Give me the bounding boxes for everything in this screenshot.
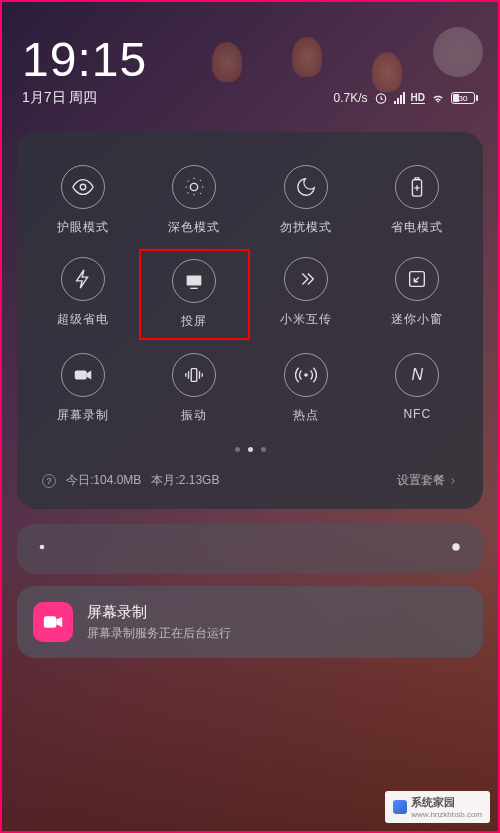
cast-icon bbox=[183, 270, 205, 292]
help-icon[interactable]: ? bbox=[42, 474, 56, 488]
svg-point-10 bbox=[452, 543, 460, 551]
svg-point-1 bbox=[80, 184, 86, 190]
brightness-slider[interactable] bbox=[17, 524, 483, 574]
status-icons: 0.7K/s HD 30 bbox=[334, 91, 478, 105]
toggle-grid: 护眼模式 深色模式 勿扰模式 省电模式 超级省电 投屏 小米互传 迷你小窗 bbox=[27, 157, 473, 432]
toggle-screen-record[interactable]: 屏幕录制 bbox=[27, 345, 139, 432]
config-plan-link[interactable]: 设置套餐 bbox=[397, 472, 458, 489]
toggle-dark-mode[interactable]: 深色模式 bbox=[139, 157, 251, 244]
toggle-label: NFC bbox=[403, 407, 431, 421]
hotspot-icon bbox=[295, 364, 317, 386]
toggle-hotspot[interactable]: 热点 bbox=[250, 345, 362, 432]
eye-icon bbox=[72, 176, 94, 198]
clock-time: 19:15 bbox=[22, 32, 478, 87]
notification-screen-record[interactable]: 屏幕录制 屏幕录制服务正在后台运行 bbox=[17, 586, 483, 658]
quick-settings-panel[interactable]: 护眼模式 深色模式 勿扰模式 省电模式 超级省电 投屏 小米互传 迷你小窗 bbox=[17, 132, 483, 509]
nfc-icon: N bbox=[411, 366, 423, 384]
svg-point-9 bbox=[40, 545, 45, 550]
toggle-dnd[interactable]: 勿扰模式 bbox=[250, 157, 362, 244]
toggle-label: 勿扰模式 bbox=[280, 219, 332, 236]
signal-icon bbox=[394, 92, 405, 104]
watermark: 系统家园 www.hnzkhbsb.com bbox=[385, 791, 490, 823]
wallpaper-bottom bbox=[2, 531, 498, 831]
toggle-eye-care[interactable]: 护眼模式 bbox=[27, 157, 139, 244]
toggle-label: 护眼模式 bbox=[57, 219, 109, 236]
svg-rect-6 bbox=[75, 370, 87, 379]
svg-rect-4 bbox=[187, 276, 202, 286]
svg-rect-7 bbox=[192, 369, 198, 382]
mini-window-icon bbox=[406, 268, 428, 290]
alarm-icon bbox=[374, 91, 388, 105]
svg-rect-11 bbox=[44, 616, 57, 628]
mi-share-icon bbox=[295, 268, 317, 290]
toggle-mi-share[interactable]: 小米互传 bbox=[250, 249, 362, 340]
notification-title: 屏幕录制 bbox=[87, 603, 467, 622]
page-indicator bbox=[27, 447, 473, 452]
toggle-label: 深色模式 bbox=[168, 219, 220, 236]
chevron-right-icon bbox=[448, 476, 458, 486]
toggle-label: 迷你小窗 bbox=[391, 311, 443, 328]
battery-icon: 30 bbox=[451, 92, 478, 104]
data-usage-bar[interactable]: ? 今日:104.0MB 本月:2.13GB 设置套餐 bbox=[27, 462, 473, 494]
notification-subtitle: 屏幕录制服务正在后台运行 bbox=[87, 625, 467, 642]
brightness-high-icon bbox=[447, 538, 465, 560]
bolt-icon bbox=[72, 268, 94, 290]
toggle-mini-window[interactable]: 迷你小窗 bbox=[362, 249, 474, 340]
hd-label: HD bbox=[411, 92, 425, 104]
toggle-label: 热点 bbox=[293, 407, 319, 424]
watermark-logo-icon bbox=[393, 800, 407, 814]
data-today-label: 今日:104.0MB bbox=[66, 472, 141, 489]
video-icon bbox=[72, 364, 94, 386]
toggle-nfc[interactable]: N NFC bbox=[362, 345, 474, 432]
toggle-label: 振动 bbox=[181, 407, 207, 424]
dark-mode-icon bbox=[183, 176, 205, 198]
data-month-label: 本月:2.13GB bbox=[151, 472, 219, 489]
toggle-cast[interactable]: 投屏 bbox=[139, 249, 251, 340]
svg-point-2 bbox=[191, 183, 198, 190]
toggle-battery-saver[interactable]: 省电模式 bbox=[362, 157, 474, 244]
toggle-label: 省电模式 bbox=[391, 219, 443, 236]
status-bar: 19:15 1月7日 周四 0.7K/s HD 30 bbox=[2, 2, 498, 117]
toggle-label: 超级省电 bbox=[57, 311, 109, 328]
screen-record-app-icon bbox=[33, 602, 73, 642]
toggle-label: 投屏 bbox=[181, 313, 207, 330]
toggle-label: 小米互传 bbox=[280, 311, 332, 328]
vibrate-icon bbox=[183, 364, 205, 386]
toggle-label: 屏幕录制 bbox=[57, 407, 109, 424]
toggle-ultra-saver[interactable]: 超级省电 bbox=[27, 249, 139, 340]
toggle-vibrate[interactable]: 振动 bbox=[139, 345, 251, 432]
wifi-icon bbox=[431, 91, 445, 105]
brightness-low-icon bbox=[35, 540, 49, 558]
svg-point-8 bbox=[304, 373, 308, 377]
battery-plus-icon bbox=[406, 176, 428, 198]
network-speed: 0.7K/s bbox=[334, 91, 368, 105]
moon-icon bbox=[295, 176, 317, 198]
date-label: 1月7日 周四 bbox=[22, 89, 97, 107]
